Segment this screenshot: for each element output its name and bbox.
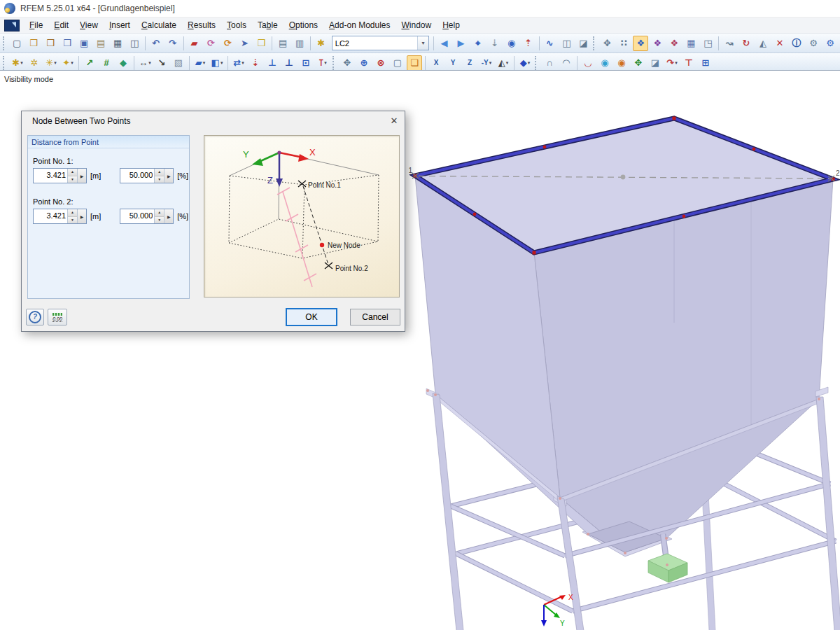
print-preview-button[interactable]: ◫ — [127, 36, 142, 51]
view-in-y-button[interactable]: Y — [445, 55, 461, 71]
point2-distance-input[interactable] — [34, 209, 67, 222]
view-in-minus-y-button[interactable]: -Y▾ — [479, 55, 494, 71]
new-load-case-button[interactable]: ✱ — [314, 36, 329, 51]
visibility-by-numbering-button[interactable]: ▦ — [683, 36, 699, 51]
undo-button[interactable]: ↶ — [148, 36, 164, 51]
snap-grid-button[interactable]: ∷ — [616, 36, 631, 51]
zoom-out-button[interactable]: ⊗ — [373, 55, 388, 71]
result-tables-button[interactable]: ⊞ — [698, 55, 713, 71]
page-setup-button[interactable]: ▤ — [93, 36, 108, 51]
point1-distance-expand-button[interactable]: ▶ — [77, 169, 86, 183]
show-deformation-button[interactable]: ◡ — [580, 55, 596, 71]
menu-edit[interactable]: Edit — [48, 19, 74, 31]
print-button[interactable]: ▦ — [110, 36, 125, 51]
save-button[interactable]: ▣ — [76, 36, 92, 51]
show-result-values-button[interactable]: ⇡ — [521, 36, 536, 51]
rendering-mode-button[interactable]: ◆▾ — [517, 55, 533, 71]
cancel-button[interactable]: Cancel — [350, 309, 400, 326]
result-panel-button[interactable]: ◠ — [559, 55, 574, 71]
walk-through-mode-button[interactable]: ✥ — [340, 55, 355, 71]
new-node-on-line-button[interactable]: ✲ — [27, 55, 42, 71]
dialog-title-bar[interactable]: Node Between Two Points ✕ — [22, 111, 405, 130]
edit-boundary-button[interactable]: ▧ — [171, 55, 186, 71]
new-surface-button[interactable]: ▰▾ — [192, 55, 208, 71]
panel-isobands-button[interactable]: ◉ — [597, 55, 612, 71]
point2-percent-up-button[interactable]: ▲ — [155, 209, 164, 217]
object-info-button[interactable]: ⓘ — [789, 36, 804, 51]
new-surface-support-button[interactable]: ⊡ — [298, 55, 314, 71]
new-dimension-button[interactable]: ↔▾ — [137, 55, 153, 71]
toolbar-grip[interactable] — [593, 36, 596, 50]
point2-distance-down-button[interactable]: ▼ — [68, 217, 77, 224]
new-nodal-support-button[interactable]: ⊥ — [265, 55, 280, 71]
user-defined-visibility-button[interactable]: ◳ — [700, 36, 715, 51]
help-button[interactable]: ? — [26, 309, 44, 326]
toolbar-grip[interactable] — [3, 36, 6, 50]
rotate-view-axis-button[interactable]: ⟳ — [220, 36, 235, 51]
menu-tools[interactable]: Tools — [221, 19, 252, 31]
select-objects-button[interactable]: ↝ — [722, 36, 737, 51]
show-wireframe-button[interactable]: ▢ — [390, 55, 405, 71]
comments-button[interactable]: ◪ — [575, 36, 591, 51]
menu-file[interactable]: File — [24, 19, 48, 31]
dialog-close-button[interactable]: ✕ — [384, 111, 405, 130]
model-document-icon[interactable] — [4, 20, 20, 31]
new-member-set-button[interactable]: # — [99, 55, 114, 71]
view-in-z-button[interactable]: Z — [462, 55, 477, 71]
new-column-button[interactable]: ⊺▾ — [315, 55, 330, 71]
panel-isolines-button[interactable]: ◉ — [614, 55, 629, 71]
next-load-case-button[interactable]: ▶ — [454, 36, 469, 51]
toolbar-grip[interactable] — [535, 56, 538, 70]
new-opening-button[interactable]: ◧▾ — [209, 55, 225, 71]
point2-percent-input[interactable] — [120, 209, 154, 222]
menu-calculate[interactable]: Calculate — [136, 19, 182, 31]
new-member-button[interactable]: ↗ — [82, 55, 97, 71]
menu-table[interactable]: Table — [252, 19, 284, 31]
program-options-button[interactable]: ⚙ — [822, 36, 838, 51]
point2-percent-expand-button[interactable]: ▶ — [164, 209, 173, 223]
member-releases-button[interactable]: ∿ — [542, 36, 557, 51]
menu-results[interactable]: Results — [182, 19, 221, 31]
show-load-values-button[interactable]: ⇣ — [487, 36, 503, 51]
move-copy-button[interactable]: ⇄▾ — [231, 55, 246, 71]
open-model-button[interactable]: ❒ — [26, 36, 41, 51]
point1-distance-up-button[interactable]: ▲ — [68, 169, 77, 176]
point1-percent-up-button[interactable]: ▲ — [155, 169, 164, 176]
menu-window[interactable]: Window — [396, 19, 438, 31]
menu-options[interactable]: Options — [284, 19, 323, 31]
menu-view[interactable]: View — [74, 19, 104, 31]
result-diagrams-on-members-button[interactable]: ∩ — [542, 55, 557, 71]
section-button[interactable]: ◪ — [648, 55, 663, 71]
delete-objects-button[interactable]: ✕ — [772, 36, 788, 51]
title-bar[interactable]: RFEM 5.25.01 x64 - [Grundlagenbeispiel] — [0, 0, 840, 18]
new-model-button[interactable]: ▢ — [9, 36, 24, 51]
display-settings-button[interactable]: ⚙ — [806, 36, 821, 51]
node-between-two-points-button[interactable]: ✦▾ — [60, 55, 76, 71]
open-project-manager-button[interactable]: ❒ — [43, 36, 58, 51]
work-plane-visibility-button[interactable]: ❏ — [407, 55, 422, 71]
project-node-onto-line-button[interactable]: ⇣ — [248, 55, 263, 71]
pick-mode-button[interactable]: ➤ — [237, 36, 252, 51]
result-beam-button[interactable]: ⊤ — [681, 55, 696, 71]
ok-button[interactable]: OK — [286, 308, 337, 326]
point2-distance-up-button[interactable]: ▲ — [68, 209, 77, 217]
menu-help[interactable]: Help — [437, 19, 465, 31]
point1-percent-input[interactable] — [120, 169, 154, 181]
zoom-by-window-button[interactable]: ⊕ — [356, 55, 372, 71]
redo-button[interactable]: ↷ — [165, 36, 181, 51]
new-surface-from-members-button[interactable]: ◆ — [115, 55, 131, 71]
result-vectors-button[interactable]: ✥ — [631, 55, 646, 71]
new-node-preview[interactable] — [621, 175, 626, 180]
point1-percent-down-button[interactable]: ▼ — [155, 176, 164, 183]
divide-member-button[interactable]: ✳▾ — [43, 55, 59, 71]
visibility-inverted-button[interactable]: ❖ — [666, 36, 682, 51]
display-properties-button[interactable]: ◫ — [559, 36, 574, 51]
show-results-button[interactable]: ◉ — [504, 36, 519, 51]
new-line-support-button[interactable]: ⊥ — [281, 55, 297, 71]
visibility-by-window-button[interactable]: ❖ — [650, 36, 665, 51]
menu-insert[interactable]: Insert — [104, 19, 136, 31]
rotate-view-mouse-button[interactable]: ⟳ — [203, 36, 218, 51]
move-grab-mode-button[interactable]: ✥ — [599, 36, 615, 51]
point2-distance-expand-button[interactable]: ▶ — [77, 209, 86, 223]
point1-distance-input[interactable] — [34, 169, 67, 181]
